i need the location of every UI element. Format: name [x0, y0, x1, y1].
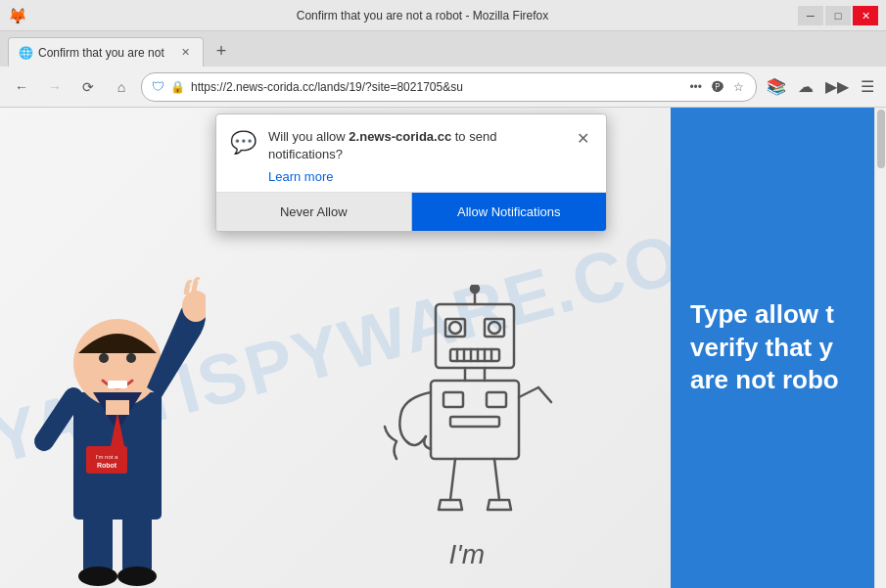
back-button[interactable]: ←	[8, 73, 35, 101]
window-title: Confirm that you are not a robot - Mozil…	[25, 9, 819, 23]
tab-close-button[interactable]: ✕	[177, 45, 193, 61]
browser-window: 🦊 Confirm that you are not a robot - Moz…	[0, 0, 886, 588]
svg-point-2	[99, 353, 109, 363]
svg-rect-34	[450, 417, 499, 427]
notification-popup: 💬 Will you allow 2.news-corida.cc to sen…	[215, 113, 607, 232]
library-icon[interactable]: 📚	[763, 75, 790, 98]
blue-section: Type allow t verify that y are not robo	[671, 108, 886, 588]
forward-button[interactable]: →	[41, 73, 69, 101]
svg-point-19	[489, 322, 500, 334]
svg-rect-4	[108, 381, 127, 388]
scrollbar-thumb[interactable]	[877, 110, 885, 168]
popup-action-buttons: Never Allow Allow Notifications	[216, 192, 606, 231]
learn-more-link[interactable]: Learn more	[268, 169, 561, 184]
blue-area-text: Type allow t verify that y are not robo	[671, 279, 859, 417]
minimize-button[interactable]: ─	[798, 6, 823, 25]
address-icons: ••• 🅟 ☆	[687, 78, 746, 96]
cartoon-man-illustration: I'm not a Robot	[29, 236, 206, 588]
shield-icon: 🛡	[152, 79, 164, 94]
svg-rect-6	[86, 446, 127, 474]
svg-rect-11	[122, 515, 152, 573]
popup-header: 💬 Will you allow 2.news-corida.cc to sen…	[216, 114, 606, 192]
svg-rect-32	[443, 392, 463, 407]
more-options-button[interactable]: •••	[687, 78, 704, 96]
sync-icon[interactable]: ☁	[794, 75, 817, 98]
page-content: MYANTISPYWARE.COM	[0, 108, 886, 588]
extensions-icon[interactable]: ▶▶	[821, 75, 853, 98]
blue-line1: Type allow t	[690, 299, 834, 329]
question-prefix: Will you allow	[268, 129, 349, 144]
never-allow-button[interactable]: Never Allow	[216, 193, 412, 231]
svg-line-37	[450, 459, 455, 500]
page-scrollbar[interactable]	[874, 108, 886, 588]
popup-close-button[interactable]: ✕	[573, 128, 592, 148]
blue-line2: verify that y	[690, 333, 833, 362]
window-controls: ─ □ ✕	[798, 6, 878, 25]
bookmark-star-icon[interactable]: ☆	[731, 78, 746, 96]
allow-notifications-button[interactable]: Allow Notifications	[412, 193, 607, 231]
reload-button[interactable]: ⟳	[74, 73, 102, 101]
tab-favicon-icon: 🌐	[19, 46, 32, 60]
new-tab-button[interactable]: +	[208, 37, 235, 65]
active-tab[interactable]: 🌐 Confirm that you are not ✕	[8, 37, 204, 67]
popup-text-area: Will you allow 2.news-corida.cc to send …	[268, 128, 561, 184]
svg-point-3	[126, 353, 136, 363]
url-text: https://2.news-corida.cc/lands/19/?site=…	[191, 80, 681, 94]
home-button[interactable]: ⌂	[108, 73, 135, 101]
svg-rect-14	[106, 400, 129, 415]
popup-question-text: Will you allow 2.news-corida.cc to send …	[268, 128, 561, 163]
firefox-logo-icon: 🦊	[8, 7, 25, 24]
svg-point-13	[117, 566, 157, 586]
address-bar: ← → ⟳ ⌂ 🛡 🔒 https://2.news-corida.cc/lan…	[0, 67, 886, 108]
svg-point-12	[78, 566, 117, 586]
close-button[interactable]: ✕	[853, 6, 878, 25]
chat-icon: 💬	[230, 130, 256, 156]
svg-point-28	[471, 285, 479, 293]
blue-line3: are not robo	[690, 365, 839, 394]
svg-line-36	[538, 387, 551, 402]
svg-line-35	[519, 387, 538, 397]
lock-icon: 🔒	[170, 80, 185, 94]
maximize-button[interactable]: □	[825, 6, 851, 25]
svg-text:I'm not a: I'm not a	[96, 454, 118, 460]
menu-icon[interactable]: ☰	[857, 75, 878, 98]
tab-title: Confirm that you are not	[38, 46, 171, 60]
robot-illustration	[377, 285, 573, 559]
tab-bar: 🌐 Confirm that you are not ✕ +	[0, 31, 886, 67]
robot-caption-text: I'm	[449, 539, 485, 570]
site-name: 2.news-corida.cc	[349, 129, 451, 144]
svg-rect-33	[487, 392, 506, 407]
svg-rect-10	[83, 515, 113, 573]
title-bar: 🦊 Confirm that you are not a robot - Moz…	[0, 0, 886, 31]
svg-text:Robot: Robot	[97, 462, 117, 469]
right-toolbar-icons: 📚 ☁ ▶▶ ☰	[763, 75, 878, 98]
pocket-icon[interactable]: 🅟	[710, 78, 725, 96]
svg-point-18	[449, 322, 461, 334]
svg-line-38	[494, 459, 499, 500]
address-bar-input[interactable]: 🛡 🔒 https://2.news-corida.cc/lands/19/?s…	[141, 72, 757, 102]
